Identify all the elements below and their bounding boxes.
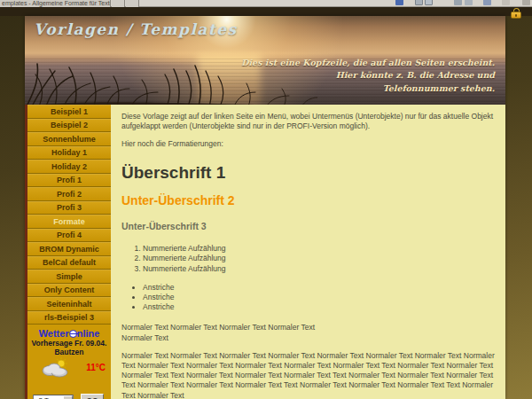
page-top-dark-bar [0, 7, 532, 16]
cloud-sun-icon [38, 357, 74, 379]
weather-city: Bautzen [27, 348, 111, 356]
numbered-list-item: Nummerierte Aufzählung [143, 254, 495, 263]
bullet-list-item: Anstriche [143, 283, 495, 293]
logo-text-wetter: Wetter [39, 328, 69, 339]
toolbar-icon[interactable] [522, 0, 530, 5]
heading-1: Überschrift 1 [121, 161, 495, 184]
short-text-line-2: Normaler Text [121, 333, 168, 342]
sidebar-item-beispiel-1[interactable]: Beispiel 1 [27, 105, 111, 119]
toolbar-icon[interactable] [483, 0, 491, 5]
heading-3: Unter-Überschrift 3 [121, 221, 495, 233]
menu-items: Beispiel 1 Beispiel 2 Sonnenblume Holida… [27, 105, 111, 325]
short-text-line-1: Normaler Text Normaler Text Normaler Tex… [121, 323, 315, 332]
sidebar-item-simple[interactable]: Simple [27, 270, 111, 284]
browser-tab[interactable]: emplates - Allgemeine Formate für Texte … [0, 0, 111, 7]
tagline-line: Dies ist eine Kopfzeile, die auf allen S… [241, 57, 495, 69]
numbered-list-item: Nummerierte Aufzählung [143, 244, 495, 254]
bullet-list-item: Anstriche [143, 302, 495, 312]
sidebar-item-only-content[interactable]: Only Content [27, 284, 111, 298]
lock-keyhole [515, 14, 517, 18]
lock-icon[interactable] [511, 8, 521, 19]
forecast-range-select[interactable]: 3 Tage ▼ [33, 395, 74, 399]
bullet-list-item: Anstriche [143, 293, 495, 302]
sidebar-item-brom-dynamic[interactable]: BROM Dynamic [27, 242, 111, 256]
toolbar-icon[interactable] [502, 0, 510, 5]
numbered-list: Nummerierte Aufzählung Nummerierte Aufzä… [143, 244, 495, 274]
sidebar-item-sonnenblume[interactable]: Sonnenblume [27, 132, 111, 146]
select-dropdown-arrow-icon[interactable]: ▼ [63, 395, 73, 399]
tagline-line: Hier könnte z. B. die Adresse und [241, 69, 495, 82]
sidebar-item-rls-beispiel-3[interactable]: rls-Beispiel 3 [27, 311, 111, 325]
toolbar-icon[interactable] [395, 0, 403, 5]
weather-forecast-date: Vorhersage Fr. 09.04. [27, 339, 111, 348]
header-tagline: Dies ist eine Kopfzeile, die auf allen S… [241, 57, 495, 95]
sidebar-item-beispiel-2[interactable]: Beispiel 2 [27, 119, 111, 133]
numbered-list-item: Nummerierte Aufzählung [143, 264, 495, 274]
browser-tab-stub[interactable] [126, 0, 139, 7]
intro2-paragraph: Hier noch die Formatierungen: [121, 139, 495, 149]
sidebar-item-holiday-2[interactable]: Holiday 2 [27, 160, 111, 174]
weather-widget: Wetternline Vorhersage Fr. 09.04. Bautze… [27, 325, 111, 399]
toolbar-icon[interactable] [465, 0, 473, 5]
sidebar-menu: Beispiel 1 Beispiel 2 Sonnenblume Holida… [25, 105, 111, 399]
intro-paragraph: Diese Vorlage zeigt auf der linken Seite… [121, 112, 495, 131]
header-banner-sunset-photo: Vorlagen / Templates Dies ist eine Kopfz… [25, 16, 505, 105]
sidebar-item-formate-active[interactable]: Formate [27, 215, 111, 229]
wetteronline-logo[interactable]: Wetternline [27, 329, 111, 339]
weather-go-button[interactable]: GO [81, 394, 104, 399]
logo-text-online: nline [77, 328, 100, 339]
sidebar-item-holiday-1[interactable]: Holiday 1 [27, 146, 111, 160]
browser-tab-stub[interactable] [112, 0, 125, 7]
bullet-list: Anstriche Anstriche Anstriche [143, 283, 495, 313]
globe-icon [69, 330, 77, 338]
sidebar-item-seiteninhalt[interactable]: Seiteninhalt [27, 297, 111, 311]
tagline-line: Telefonnummer stehen. [241, 82, 495, 95]
temperature-value: 11°C [86, 363, 106, 372]
long-text-paragraph: Normaler Text Normaler Text Normaler Tex… [121, 351, 495, 399]
website-template: Vorlagen / Templates Dies ist eine Kopfz… [25, 16, 505, 399]
sidebar-item-belcal-default[interactable]: BelCal default [27, 256, 111, 270]
sidebar-item-profi-3[interactable]: Profi 3 [27, 201, 111, 215]
sidebar-item-profi-2[interactable]: Profi 2 [27, 187, 111, 201]
site-title: Vorlagen / Templates [34, 20, 238, 38]
short-text-paragraph: Normaler Text Normaler Text Normaler Tex… [121, 323, 495, 342]
heading-2: Unter-Überschrift 2 [121, 192, 495, 208]
content-area: Diese Vorlage zeigt auf der linken Seite… [111, 105, 505, 399]
toolbar-icon[interactable] [454, 0, 462, 5]
sidebar-item-profi-4[interactable]: Profi 4 [27, 229, 111, 243]
toolbar-icon[interactable] [425, 0, 433, 5]
browser-toolbar-strip: emplates - Allgemeine Formate für Texte … [0, 0, 532, 7]
toolbar-icon[interactable] [415, 0, 423, 5]
sidebar-item-profi-1[interactable]: Profi 1 [27, 174, 111, 188]
